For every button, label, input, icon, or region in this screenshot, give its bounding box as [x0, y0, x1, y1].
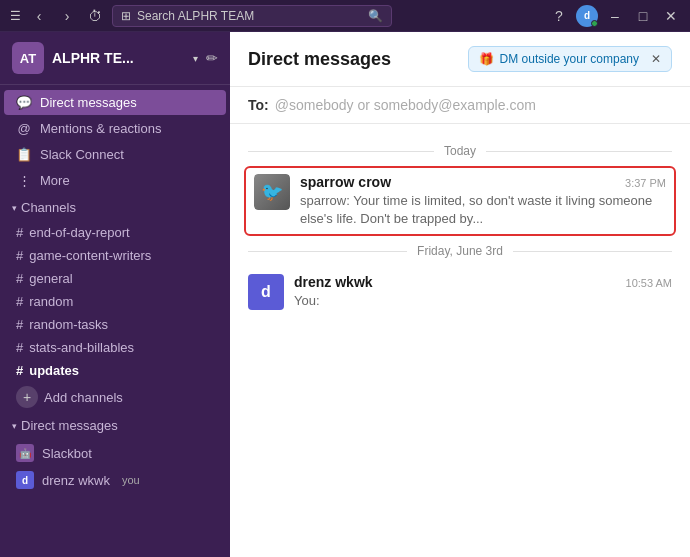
message-header2: drenz wkwk 10:53 AM	[294, 274, 672, 290]
hash-icon: #	[16, 340, 23, 355]
dm-slackbot-name: Slackbot	[42, 446, 92, 461]
message-text: sparrow: Your time is limited, so don't …	[300, 192, 666, 228]
add-channel-icon: +	[16, 386, 38, 408]
drenz-wkwk-avatar: d	[248, 274, 284, 310]
message-header: sparrow crow 3:37 PM	[300, 174, 666, 190]
hash-icon: #	[16, 317, 23, 332]
window-controls: ☰	[8, 9, 22, 23]
online-status-dot	[591, 20, 598, 27]
today-label: Today	[444, 144, 476, 158]
nav-mentions-reactions[interactable]: @ Mentions & reactions	[4, 116, 226, 141]
dm-header-label: Direct messages	[21, 418, 118, 433]
message-time2: 10:53 AM	[626, 277, 672, 289]
date-line-left2	[248, 251, 407, 252]
message-drenz-wkwk[interactable]: d drenz wkwk 10:53 AM You:	[230, 266, 690, 318]
channel-name: updates	[29, 363, 79, 378]
to-input-placeholder: @somebody or somebody@example.com	[275, 97, 536, 113]
dm-outside-notice[interactable]: 🎁 DM outside your company ✕	[468, 46, 672, 72]
to-label: To:	[248, 97, 269, 113]
workspace-chevron-icon: ▾	[193, 53, 198, 64]
to-field[interactable]: To: @somebody or somebody@example.com	[230, 87, 690, 124]
dm-notice-close-button[interactable]: ✕	[651, 52, 661, 66]
main-layout: AT ALPHR TE... ▾ ✏ 💬 Direct messages @ M…	[0, 32, 690, 557]
close-button[interactable]: ✕	[660, 5, 682, 27]
user-avatar[interactable]: d	[576, 5, 598, 27]
message-time: 3:37 PM	[625, 177, 666, 189]
channel-random[interactable]: # random	[4, 290, 226, 313]
message-sparrow-crow[interactable]: 🐦 sparrow crow 3:37 PM sparrow: Your tim…	[244, 166, 676, 236]
channel-general[interactable]: # general	[4, 267, 226, 290]
title-bar-right: ? d – □ ✕	[548, 5, 682, 27]
hash-icon: #	[16, 271, 23, 286]
today-divider: Today	[230, 136, 690, 166]
friday-divider: Friday, June 3rd	[230, 236, 690, 266]
gift-icon: 🎁	[479, 52, 494, 66]
channel-name: random	[29, 294, 73, 309]
drenz-avatar: d	[16, 471, 34, 489]
message-text2: You:	[294, 292, 672, 310]
channel-name: stats-and-billables	[29, 340, 134, 355]
workspace-avatar: AT	[12, 42, 44, 74]
nav-direct-messages-label: Direct messages	[40, 95, 137, 110]
sender-name2: drenz wkwk	[294, 274, 373, 290]
channel-name: random-tasks	[29, 317, 108, 332]
date-line-left	[248, 151, 434, 152]
history-button[interactable]: ⏱	[84, 5, 106, 27]
add-channels-button[interactable]: + Add channels	[4, 382, 226, 412]
menu-icon[interactable]: ☰	[8, 9, 22, 23]
hash-icon: #	[16, 294, 23, 309]
hash-icon: #	[16, 248, 23, 263]
minimize-button[interactable]: –	[604, 5, 626, 27]
nav-mentions-label: Mentions & reactions	[40, 121, 161, 136]
hash-icon: #	[16, 225, 23, 240]
direct-messages-icon: 💬	[16, 95, 32, 110]
workspace-header[interactable]: AT ALPHR TE... ▾ ✏	[0, 32, 230, 85]
channel-name: end-of-day-report	[29, 225, 129, 240]
dm-drenz-name: drenz wkwk	[42, 473, 110, 488]
search-icon: 🔍	[368, 9, 383, 23]
forward-button[interactable]: ›	[56, 5, 78, 27]
content-header: Direct messages 🎁 DM outside your compan…	[230, 32, 690, 87]
dm-section-header[interactable]: ▾ Direct messages	[0, 412, 230, 439]
search-bar[interactable]: ⊞ Search ALPHR TEAM 🔍	[112, 5, 392, 27]
date-line-right2	[513, 251, 672, 252]
nav-more[interactable]: ⋮ More	[4, 168, 226, 193]
sparrow-crow-avatar: 🐦	[254, 174, 290, 210]
channels-arrow-icon: ▾	[12, 203, 17, 213]
add-channels-label: Add channels	[44, 390, 123, 405]
nav-more-label: More	[40, 173, 70, 188]
dm-drenz-wkwk[interactable]: d drenz wkwk you	[4, 467, 226, 493]
channels-header-label: Channels	[21, 200, 76, 215]
channel-stats-and-billables[interactable]: # stats-and-billables	[4, 336, 226, 359]
date-line-right	[486, 151, 672, 152]
workspace-name: ALPHR TE...	[52, 50, 185, 66]
nav-slack-connect[interactable]: 📋 Slack Connect	[4, 142, 226, 167]
nav-direct-messages[interactable]: 💬 Direct messages	[4, 90, 226, 115]
channel-name: general	[29, 271, 72, 286]
messages-area: Today 🐦 sparrow crow 3:37 PM sparrow: Yo…	[230, 124, 690, 557]
back-button[interactable]: ‹	[28, 5, 50, 27]
title-bar: ☰ ‹ › ⏱ ⊞ Search ALPHR TEAM 🔍 ? d – □ ✕	[0, 0, 690, 32]
channel-end-of-day-report[interactable]: # end-of-day-report	[4, 221, 226, 244]
more-icon: ⋮	[16, 173, 32, 188]
sidebar-navigation: 💬 Direct messages @ Mentions & reactions…	[0, 85, 230, 557]
channel-updates[interactable]: # updates	[4, 359, 226, 382]
search-text: Search ALPHR TEAM	[137, 9, 362, 23]
channels-section-header[interactable]: ▾ Channels	[0, 194, 230, 221]
slackbot-avatar: 🤖	[16, 444, 34, 462]
sidebar: AT ALPHR TE... ▾ ✏ 💬 Direct messages @ M…	[0, 32, 230, 557]
maximize-button[interactable]: □	[632, 5, 654, 27]
dm-you-badge: you	[122, 474, 140, 486]
mentions-icon: @	[16, 121, 32, 136]
edit-icon[interactable]: ✏	[206, 50, 218, 66]
help-button[interactable]: ?	[548, 5, 570, 27]
channel-random-tasks[interactable]: # random-tasks	[4, 313, 226, 336]
drenz-message-body: drenz wkwk 10:53 AM You:	[294, 274, 672, 310]
friday-label: Friday, June 3rd	[417, 244, 503, 258]
channel-game-content-writers[interactable]: # game-content-writers	[4, 244, 226, 267]
dm-notice-text: DM outside your company	[500, 52, 639, 66]
dm-slackbot[interactable]: 🤖 Slackbot	[4, 440, 226, 466]
slack-connect-icon: 📋	[16, 147, 32, 162]
hash-icon: #	[16, 363, 23, 378]
dm-arrow-icon: ▾	[12, 421, 17, 431]
